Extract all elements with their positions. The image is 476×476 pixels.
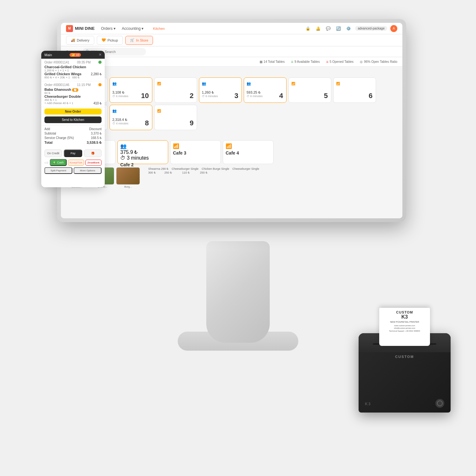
tab-instore-label: In Store — [136, 38, 149, 42]
more-options-button[interactable]: More Options — [74, 167, 102, 174]
cafe-3[interactable]: 📶 Cafe 3 — [170, 140, 221, 164]
avatar-icon[interactable]: A — [390, 25, 397, 32]
total-row: Total 3,538.5 ₺ — [44, 141, 102, 145]
item-detail-baba: 60 ₺ — [44, 91, 102, 95]
nav-orders[interactable]: Orders ▾ — [101, 26, 116, 31]
bell-icon[interactable]: 🔔 — [314, 25, 321, 32]
cafe-grid: 📶 Cafe 1 👥 375.9 ₺ ⏱ 3 minutes Cafe 2 📶 … — [65, 140, 399, 164]
order-header-2: Order #00001146 11:15 PM — [44, 83, 102, 87]
table-8[interactable]: 👥 2,318.4 ₺ ⏱ 4 minutes 8 — [109, 105, 152, 130]
printer-logo-label: CUSTOM — [359, 355, 451, 359]
table-num-9: 9 — [190, 119, 194, 127]
close-icon[interactable]: ✕ — [99, 53, 102, 57]
nav-kitchen[interactable]: Kitchen — [150, 27, 168, 30]
table-num-6: 6 — [369, 92, 373, 100]
kuveytturk-button[interactable]: KuveytTürk — [68, 160, 84, 166]
tab-pickup-label: Pickup — [108, 38, 118, 42]
stat-total: ▦ 14 Total Tables — [260, 60, 285, 63]
chat-icon[interactable]: 💬 — [325, 25, 332, 32]
stat-total-label: 14 Total Tables — [264, 60, 285, 63]
item-detail-wings: 850 ₺ × 4 × 20₺ × 1 680 ₺ — [44, 76, 102, 79]
section-main-label: Main — [65, 70, 399, 75]
package-badge: advanced-package — [355, 26, 387, 31]
table-10[interactable]: 👥 3,108 ₺ ⏱ 6 minutes 10 — [109, 77, 152, 103]
table-9[interactable]: 📶 9 — [154, 105, 197, 130]
nav-orders-label: Orders — [101, 26, 113, 31]
item-price-2: 410 ₺ — [94, 102, 102, 105]
add-label: Add — [44, 127, 50, 131]
subtotal-label: Subtotal — [44, 132, 56, 135]
people-icon-10: 👥 — [112, 82, 117, 85]
printer-power-button[interactable] — [435, 399, 444, 408]
order-id-2: Order #00001146 — [44, 83, 69, 87]
tab-instore[interactable]: 🛒 In Store — [125, 36, 153, 45]
cafe-amount-2: 375.9 ₺ — [120, 149, 165, 155]
available-icon: ≡ — [291, 60, 293, 64]
credit-button[interactable]: On Credit — [44, 149, 62, 157]
logo-icon: M — [66, 25, 73, 32]
wifi-icon-9: 📶 — [157, 109, 161, 113]
item-baba: Baba Ghanoush 🕐 — [44, 88, 102, 91]
section-cafe-label: cafe — [65, 133, 399, 138]
monitor-stand — [206, 241, 270, 343]
printer: CUSTOM K3 NEW POS/RETAIL PRINTER www.cus… — [349, 308, 451, 413]
wifi-cafe-4: 📶 — [226, 143, 232, 149]
opened-icon: ≡ — [326, 60, 328, 64]
table-amount-8: 2,318.4 ₺ — [112, 118, 149, 122]
power-icon — [437, 400, 443, 406]
menu-item-label-1: Shwarma 290 ₺ Cheeseburger Single Chicke… — [148, 167, 259, 170]
badge-num: 10 — [76, 53, 79, 56]
cash-button[interactable]: 💵 Cash — [50, 159, 67, 166]
chevron-down-icon-2: ▾ — [142, 26, 143, 31]
main-tables-grid: 📶 1 👥 3,108 ₺ ⏱ 6 minutes 10 📶 2 — [65, 77, 399, 130]
cafe-4[interactable]: 📶 Cafe 4 — [223, 140, 274, 164]
order-id-1: Order #00001141 — [44, 61, 69, 64]
table-4[interactable]: 👥 593.25 ₺ ⏱ 6 minutes 4 — [244, 77, 287, 103]
nav-accounting-label: Accounting — [122, 26, 141, 31]
total-value: 3,538.5 ₺ — [87, 141, 102, 145]
table-5[interactable]: 📶 5 — [288, 77, 331, 103]
pos-badge: 📶 10 — [69, 53, 81, 57]
printer-body: CUSTOM K3 NEW POS/RETAIL PRINTER www.cus… — [359, 333, 451, 413]
nav-accounting[interactable]: Accounting ▾ — [122, 26, 143, 31]
stat-available-label: 9 Available Tables — [294, 60, 320, 63]
service-charge-label: Service Charge (5%) — [44, 136, 74, 140]
table-6[interactable]: 📶 6 — [333, 77, 376, 103]
order-header-1: Order #00001141 09:35 PM — [44, 61, 102, 64]
split-payment-button[interactable]: Split Payment — [44, 167, 72, 174]
wifi-icon-6: 📶 — [336, 82, 340, 85]
cafe-2[interactable]: 👥 375.9 ₺ ⏱ 3 minutes Cafe 2 — [117, 140, 168, 164]
table-time-4: ⏱ 6 minutes — [247, 95, 284, 98]
new-order-button[interactable]: New Order — [44, 109, 102, 115]
pos-financials: Add Discount Subtotal 3,370 ₺ Service Ch… — [41, 125, 105, 148]
printer-top: CUSTOM K3 NEW POS/RETAIL PRINTER www.cus… — [359, 333, 451, 352]
service-charge-row: Service Charge (5%) 168.5 ₺ — [44, 136, 102, 140]
nav-kitchen-label: Kitchen — [153, 27, 165, 30]
tab-delivery[interactable]: 🚚 Delivery — [66, 36, 94, 45]
tab-pickup[interactable]: 🧡 Pickup — [97, 36, 123, 45]
cafe-name-2: Cafe 2 — [120, 162, 165, 167]
discount-label: Discount — [89, 127, 102, 131]
payment-action-row: On Credit Pay 🎁 — [41, 148, 105, 159]
people-icon-4: 👥 — [247, 82, 251, 85]
item-name-wings: Grilled Chicken Wings — [44, 72, 82, 76]
table-2[interactable]: 📶 2 — [154, 77, 197, 103]
table-num-8: 8 — [145, 119, 149, 127]
nav-icons: 🔒 🔔 💬 🔄 ⚙️ advanced-package A — [304, 25, 397, 32]
item-detail-bbq: 1,200 ₺ × 1 × 1 × 1 — [44, 69, 102, 72]
refresh-icon[interactable]: 🔄 — [335, 25, 342, 32]
item-name-bbq: Charcoal-Grilled Chicken — [44, 65, 102, 69]
delivery-icon: 🚚 — [71, 38, 75, 42]
ziraatbank-button[interactable]: ZiraatBank — [85, 160, 102, 166]
table-num-3: 3 — [235, 92, 238, 100]
lock-icon[interactable]: 🔒 — [304, 25, 311, 32]
menu-prices: Shwarma 290 ₺ Cheeseburger Single Chicke… — [148, 167, 259, 174]
table-3[interactable]: 👥 1,260 ₺ ⏱ 6 minutes 3 — [199, 77, 242, 103]
menu-item-price-1: 300 ₺ 250 ₺ 110 ₺ 250 ₺ — [148, 171, 259, 174]
settings-icon[interactable]: ⚙️ — [345, 25, 352, 32]
printer-model-label: K3 — [365, 402, 371, 406]
pay-button[interactable]: Pay — [64, 149, 82, 157]
send-kitchen-button[interactable]: Send to Kitchen — [44, 116, 102, 123]
gift-button[interactable]: 🎁 — [84, 149, 102, 157]
food-item-3: Burg... — [116, 167, 140, 188]
